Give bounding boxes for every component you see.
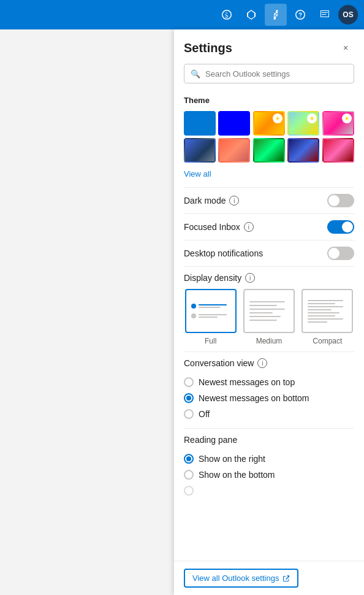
close-button[interactable]: × (337, 39, 354, 56)
forward-icon[interactable] (240, 4, 262, 26)
density-options: Full Medium (184, 289, 354, 345)
radio-inner-newest-bottom (186, 396, 191, 401)
conversation-view-label: Conversation view (184, 358, 254, 368)
theme-swatch-6[interactable] (184, 138, 216, 163)
desktop-notifications-label: Desktop notifications (184, 248, 263, 258)
reading-pane-label-group: Reading pane (184, 435, 354, 445)
display-density-label: Display density (184, 273, 241, 283)
theme-label: Theme (184, 96, 354, 105)
theme-swatch-9[interactable] (287, 138, 319, 163)
dark-mode-toggle[interactable] (327, 194, 354, 207)
reading-pane-label: Reading pane (184, 435, 237, 445)
avatar[interactable]: OS (338, 5, 358, 25)
radio-show-bottom[interactable]: Show on the bottom (184, 467, 354, 483)
search-input[interactable] (205, 69, 347, 79)
radio-label-off: Off (199, 409, 210, 419)
radio-label-newest-top: Newest messages on top (199, 377, 295, 387)
search-container: 🔍 (174, 64, 364, 91)
dark-mode-info-icon: i (229, 196, 239, 205)
radio-circle-hidden (184, 486, 194, 496)
external-link-icon (282, 575, 290, 582)
density-box-compact (301, 289, 353, 333)
density-full-label: Full (205, 337, 216, 345)
radio-label-show-right: Show on the right (199, 454, 265, 464)
display-density-info-icon: i (245, 273, 255, 283)
radio-circle-show-right (184, 454, 194, 464)
search-box[interactable]: 🔍 (184, 64, 354, 83)
radio-circle-show-bottom (184, 470, 194, 480)
density-compact-label: Compact (313, 337, 342, 345)
focused-inbox-label-group: Focused Inbox i (184, 222, 254, 232)
radio-newest-top[interactable]: Newest messages on top (184, 374, 354, 390)
star-badge: ★ (273, 113, 282, 123)
focused-inbox-toggle-knob (342, 221, 353, 232)
dark-mode-label: Dark mode (184, 196, 226, 205)
display-density-label-group: Display density i (184, 273, 354, 283)
radio-label-newest-bottom: Newest messages on bottom (199, 393, 309, 403)
display-density-section: Display density i (184, 266, 354, 351)
reading-pane-section: Reading pane Show on the right Show on t… (184, 428, 354, 505)
conversation-view-section: Conversation view i Newest messages on t… (184, 351, 354, 428)
skype-icon[interactable] (216, 4, 238, 26)
conversation-view-label-group: Conversation view i (184, 358, 354, 368)
radio-circle-off (184, 409, 194, 419)
density-option-medium[interactable]: Medium (242, 289, 295, 345)
focused-inbox-label: Focused Inbox (184, 222, 240, 232)
settings-icon[interactable] (265, 4, 287, 26)
dark-mode-toggle-knob (328, 195, 339, 206)
focused-inbox-row: Focused Inbox i (184, 213, 354, 240)
theme-swatch-1[interactable] (184, 111, 216, 136)
desktop-notifications-toggle-knob (328, 248, 339, 259)
help-icon[interactable] (289, 4, 311, 26)
settings-panel: Settings × 🔍 Theme ★ ★ ★ (174, 29, 364, 595)
star-badge: ★ (307, 113, 317, 123)
dark-mode-label-group: Dark mode i (184, 196, 239, 205)
density-box-medium (243, 289, 295, 333)
topbar: OS (0, 0, 364, 29)
view-all-settings-label: View all Outlook settings (192, 574, 279, 583)
radio-newest-bottom[interactable]: Newest messages on bottom (184, 390, 354, 406)
bottom-bar: View all Outlook settings (174, 561, 364, 595)
radio-circle-newest-bottom (184, 393, 194, 403)
desktop-notifications-row: Desktop notifications (184, 240, 354, 266)
settings-header: Settings × (174, 29, 364, 64)
settings-content: Theme ★ ★ ★ View all Dark mode i (174, 91, 364, 561)
star-badge: ★ (342, 113, 352, 123)
radio-circle-newest-top (184, 377, 194, 387)
left-background (0, 29, 174, 595)
conversation-view-info-icon: i (257, 358, 267, 368)
radio-show-right[interactable]: Show on the right (184, 451, 354, 467)
view-all-themes-link[interactable]: View all (184, 169, 211, 178)
density-medium-label: Medium (256, 337, 282, 345)
settings-title: Settings (184, 41, 232, 55)
theme-swatch-2[interactable] (218, 111, 250, 136)
density-option-full[interactable]: Full (184, 289, 237, 345)
theme-swatch-8[interactable] (253, 138, 285, 163)
focused-inbox-info-icon: i (244, 222, 254, 232)
feedback-icon[interactable] (314, 4, 336, 26)
theme-swatch-4[interactable]: ★ (287, 111, 319, 136)
focused-inbox-toggle[interactable] (327, 220, 354, 234)
view-all-settings-button[interactable]: View all Outlook settings (184, 569, 298, 588)
radio-label-show-bottom: Show on the bottom (199, 470, 275, 480)
density-box-full (185, 289, 237, 333)
theme-swatch-5[interactable]: ★ (322, 111, 354, 136)
radio-inner-show-right (186, 456, 191, 461)
dark-mode-row: Dark mode i (184, 187, 354, 213)
theme-swatch-7[interactable] (218, 138, 250, 163)
density-option-compact[interactable]: Compact (301, 289, 354, 345)
radio-show-hidden[interactable] (184, 483, 354, 499)
desktop-notifications-label-group: Desktop notifications (184, 248, 263, 258)
theme-grid: ★ ★ ★ (184, 111, 354, 163)
radio-off[interactable]: Off (184, 406, 354, 422)
desktop-notifications-toggle[interactable] (327, 247, 354, 260)
theme-swatch-10[interactable] (322, 138, 354, 163)
search-icon: 🔍 (191, 69, 200, 79)
theme-swatch-3[interactable]: ★ (253, 111, 285, 136)
